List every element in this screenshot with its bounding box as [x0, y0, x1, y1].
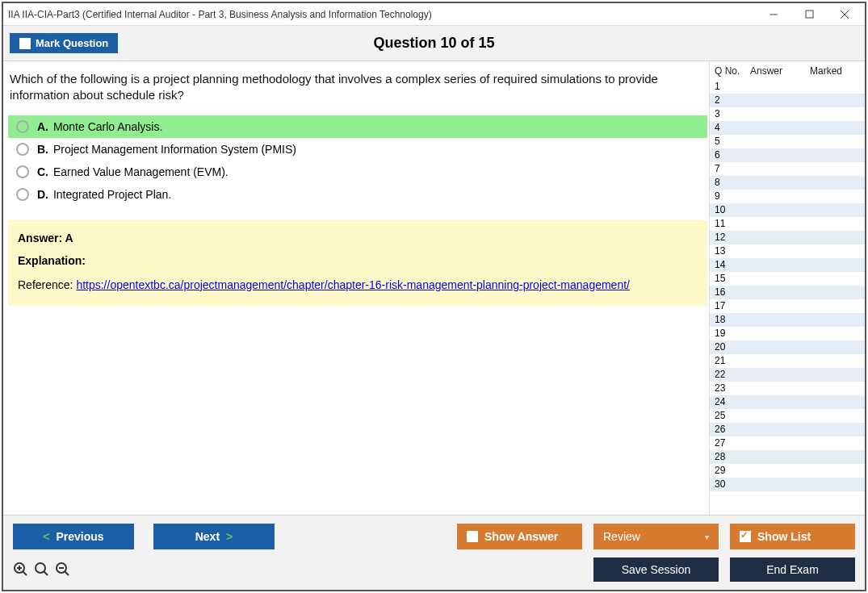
question-panel: Which of the following is a project plan…	[3, 61, 709, 515]
previous-label: Previous	[57, 530, 104, 543]
question-list-header: Q No. Answer Marked	[710, 61, 865, 80]
end-exam-button[interactable]: End Exam	[730, 558, 855, 582]
question-list-row[interactable]: 28	[710, 450, 865, 464]
header: Mark Question Question 10 of 15	[3, 26, 865, 61]
svg-line-5	[23, 571, 27, 575]
radio-icon	[16, 143, 29, 156]
previous-button[interactable]: < Previous	[13, 524, 134, 549]
maximize-icon	[805, 10, 814, 19]
mark-question-button[interactable]: Mark Question	[10, 33, 118, 53]
question-list-rows[interactable]: 1234567891011121314151617181920212223242…	[710, 80, 865, 515]
zoom-out-icon[interactable]	[55, 562, 71, 578]
choice-c[interactable]: C. Earned Value Management (EVM).	[8, 161, 707, 183]
question-list-row[interactable]: 13	[710, 244, 865, 258]
question-list-row[interactable]: 20	[710, 340, 865, 354]
choice-text: B. Project Management Information System…	[37, 143, 296, 156]
question-list-row[interactable]: 15	[710, 272, 865, 286]
radio-icon	[16, 188, 29, 201]
question-list-row[interactable]: 17	[710, 299, 865, 313]
question-list-panel: Q No. Answer Marked 12345678910111213141…	[709, 61, 865, 515]
col-answer: Answer	[750, 65, 810, 77]
main-area: Which of the following is a project plan…	[3, 61, 865, 515]
question-list-row[interactable]: 23	[710, 382, 865, 395]
choice-d[interactable]: D. Integrated Project Plan.	[8, 183, 707, 206]
chevron-right-icon: >	[226, 530, 233, 543]
question-list-row[interactable]: 21	[710, 354, 865, 368]
question-list-row[interactable]: 7	[710, 162, 865, 176]
chevron-down-icon: ▾	[705, 532, 709, 541]
app-window: IIA IIA-CIA-Part3 (Certified Internal Au…	[2, 2, 866, 591]
zoom-reset-icon[interactable]	[13, 562, 29, 578]
svg-rect-1	[806, 10, 813, 18]
question-list-row[interactable]: 5	[710, 135, 865, 148]
radio-icon	[16, 120, 29, 133]
question-list-row[interactable]: 12	[710, 231, 865, 244]
minimize-button[interactable]	[757, 5, 790, 24]
checkbox-checked-icon	[740, 531, 751, 542]
close-button[interactable]	[828, 5, 862, 24]
review-label: Review	[603, 530, 640, 543]
question-list-row[interactable]: 30	[710, 478, 865, 491]
mark-question-label: Mark Question	[36, 37, 108, 49]
col-marked: Marked	[810, 65, 862, 77]
checkbox-icon	[19, 38, 31, 49]
reference-prefix: Reference:	[18, 278, 76, 291]
show-list-button[interactable]: Show List	[730, 524, 855, 549]
choice-text: C. Earned Value Management (EVM).	[37, 165, 229, 178]
question-list-row[interactable]: 26	[710, 423, 865, 436]
question-list-row[interactable]: 24	[710, 395, 865, 409]
review-dropdown[interactable]: Review ▾	[593, 524, 719, 549]
question-list-row[interactable]: 10	[710, 203, 865, 217]
answer-explanation-box: Answer: A Explanation: Reference: https:…	[8, 220, 707, 306]
checkbox-icon	[467, 531, 478, 542]
explanation-label: Explanation:	[18, 254, 698, 267]
next-label: Next	[195, 530, 220, 543]
next-button[interactable]: Next >	[153, 524, 275, 549]
reference-line: Reference: https://opentextbc.ca/project…	[18, 278, 698, 291]
zoom-in-icon[interactable]	[34, 562, 50, 578]
window-title: IIA IIA-CIA-Part3 (Certified Internal Au…	[6, 9, 755, 20]
col-qno: Q No.	[715, 65, 750, 77]
question-list-row[interactable]: 18	[710, 313, 865, 327]
choice-text: D. Integrated Project Plan.	[37, 188, 171, 201]
question-list-row[interactable]: 29	[710, 464, 865, 478]
choice-text: A. Monte Carlo Analysis.	[37, 120, 162, 133]
question-list-row[interactable]: 3	[710, 107, 865, 121]
choices-list: A. Monte Carlo Analysis.B. Project Manag…	[8, 115, 707, 206]
show-list-label: Show List	[757, 530, 811, 543]
svg-line-9	[44, 571, 48, 575]
question-list-row[interactable]: 19	[710, 327, 865, 340]
titlebar: IIA IIA-CIA-Part3 (Certified Internal Au…	[3, 3, 865, 26]
svg-line-11	[65, 571, 69, 575]
question-list-row[interactable]: 27	[710, 436, 865, 450]
question-list-row[interactable]: 4	[710, 121, 865, 135]
answer-heading: Answer: A	[18, 232, 698, 244]
choice-b[interactable]: B. Project Management Information System…	[8, 138, 707, 161]
question-counter: Question 10 of 15	[3, 35, 865, 52]
question-list-row[interactable]: 6	[710, 148, 865, 162]
question-list-row[interactable]: 9	[710, 190, 865, 203]
choice-a[interactable]: A. Monte Carlo Analysis.	[8, 115, 707, 138]
radio-icon	[16, 165, 29, 178]
question-list-row[interactable]: 22	[710, 368, 865, 382]
show-answer-label: Show Answer	[484, 530, 558, 543]
maximize-button[interactable]	[792, 5, 826, 24]
question-list-row[interactable]: 25	[710, 409, 865, 423]
question-list-row[interactable]: 2	[710, 94, 865, 107]
chevron-left-icon: <	[43, 530, 49, 543]
minimize-icon	[769, 10, 778, 19]
question-list-row[interactable]: 8	[710, 176, 865, 190]
save-session-button[interactable]: Save Session	[593, 558, 719, 582]
footer-row-2: Save Session End Exam	[13, 558, 855, 582]
question-list-row[interactable]: 11	[710, 217, 865, 231]
reference-link[interactable]: https://opentextbc.ca/projectmanagement/…	[76, 278, 630, 291]
question-list-row[interactable]: 14	[710, 258, 865, 272]
question-list-row[interactable]: 1	[710, 80, 865, 94]
footer: < Previous Next > Show Answer Review ▾ S…	[3, 515, 865, 590]
zoom-controls	[13, 562, 71, 578]
show-answer-button[interactable]: Show Answer	[457, 524, 582, 549]
close-icon	[840, 10, 849, 19]
question-list-row[interactable]: 16	[710, 286, 865, 299]
question-text: Which of the following is a project plan…	[8, 66, 707, 115]
footer-row-1: < Previous Next > Show Answer Review ▾ S…	[13, 524, 855, 549]
